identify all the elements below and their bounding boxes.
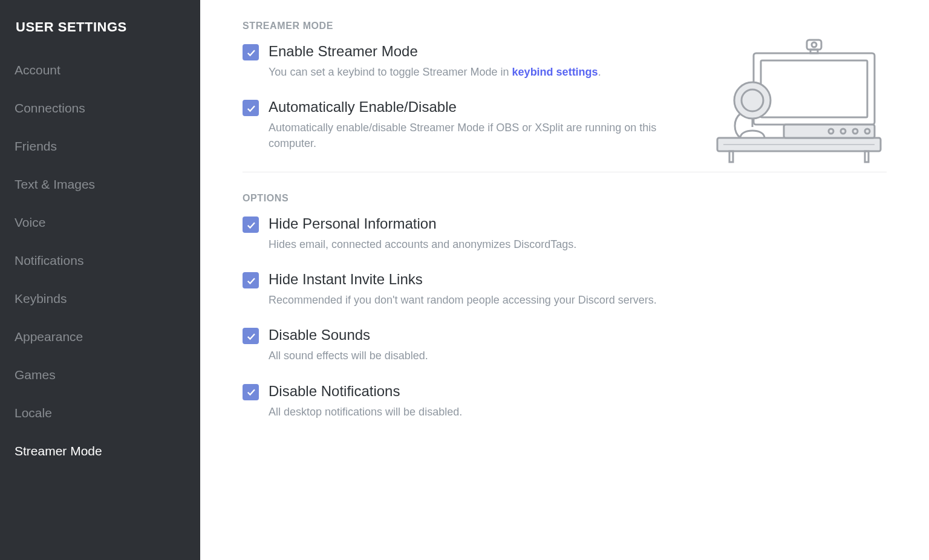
setting-title: Automatically Enable/Disable: [269, 98, 681, 116]
svg-rect-5: [754, 53, 875, 125]
sidebar-item-voice[interactable]: Voice: [0, 203, 200, 241]
setting-text: Hide Personal Information Hides email, c…: [269, 215, 887, 252]
svg-rect-16: [810, 50, 818, 53]
svg-point-15: [812, 42, 817, 47]
checkbox-hide-instant-invite-links[interactable]: [243, 272, 259, 288]
checkbox-disable-sounds[interactable]: [243, 328, 259, 344]
sidebar-item-text-images[interactable]: Text & Images: [0, 165, 200, 203]
keybind-settings-link[interactable]: keybind settings: [512, 66, 598, 78]
setting-disable-sounds: Disable Sounds All sound effects will be…: [243, 326, 887, 363]
setting-desc: All sound effects will be disabled.: [269, 348, 887, 363]
desc-text: .: [598, 66, 601, 78]
setting-desc: You can set a keybind to toggle Streamer…: [269, 64, 681, 80]
check-icon: [246, 331, 256, 342]
check-icon: [246, 220, 256, 230]
setting-title: Disable Notifications: [269, 382, 887, 400]
sidebar-item-streamer-mode[interactable]: Streamer Mode: [0, 432, 200, 470]
sidebar-nav: Account Connections Friends Text & Image…: [0, 51, 200, 470]
setting-title: Hide Instant Invite Links: [269, 270, 887, 288]
setting-text: Disable Sounds All sound effects will be…: [269, 326, 887, 363]
settings-sidebar: User Settings Account Connections Friend…: [0, 0, 200, 560]
sidebar-title: User Settings: [0, 0, 200, 51]
setting-desc: All desktop notifications will be disabl…: [269, 404, 887, 420]
section-options: Options Hide Personal Information Hides …: [243, 193, 887, 419]
setting-desc: Recommended if you don't want random peo…: [269, 292, 887, 308]
sidebar-item-notifications[interactable]: Notifications: [0, 241, 200, 279]
setting-title: Disable Sounds: [269, 326, 887, 344]
check-icon: [246, 47, 256, 58]
svg-rect-14: [807, 40, 821, 50]
setting-auto-enable-disable: Automatically Enable/Disable Automatical…: [243, 98, 681, 151]
sidebar-item-account[interactable]: Account: [0, 51, 200, 89]
checkbox-hide-personal-information[interactable]: [243, 217, 259, 233]
section-divider: [243, 172, 887, 172]
app-root: User Settings Account Connections Friend…: [0, 0, 929, 560]
setting-desc: Automatically enable/disable Streamer Mo…: [269, 120, 681, 151]
svg-rect-3: [729, 151, 733, 162]
setting-hide-personal-information: Hide Personal Information Hides email, c…: [243, 215, 887, 252]
sidebar-item-keybinds[interactable]: Keybinds: [0, 279, 200, 317]
sidebar-item-locale[interactable]: Locale: [0, 394, 200, 432]
setting-text: Automatically Enable/Disable Automatical…: [269, 98, 681, 151]
svg-rect-4: [865, 151, 869, 162]
checkbox-auto-enable-disable[interactable]: [243, 100, 259, 116]
desc-text: You can set a keybind to toggle Streamer…: [269, 66, 512, 78]
setting-title: Hide Personal Information: [269, 215, 887, 233]
setting-text: Hide Instant Invite Links Recommended if…: [269, 270, 887, 308]
setting-hide-instant-invite-links: Hide Instant Invite Links Recommended if…: [243, 270, 887, 308]
sidebar-item-games[interactable]: Games: [0, 356, 200, 394]
checkbox-enable-streamer-mode[interactable]: [243, 44, 259, 60]
settings-main: Streamer Mode Enable Streamer Mode You c…: [200, 0, 929, 560]
sidebar-item-appearance[interactable]: Appearance: [0, 317, 200, 356]
streaming-rig-illustration: [711, 36, 887, 163]
setting-desc: Hides email, connected accounts and anon…: [269, 236, 887, 252]
sidebar-item-friends[interactable]: Friends: [0, 127, 200, 165]
check-icon: [246, 103, 256, 114]
sidebar-item-connections[interactable]: Connections: [0, 89, 200, 127]
checkbox-disable-notifications[interactable]: [243, 384, 259, 400]
setting-disable-notifications: Disable Notifications All desktop notifi…: [243, 382, 887, 420]
section-heading-streamer-mode: Streamer Mode: [243, 21, 681, 31]
section-heading-options: Options: [243, 193, 887, 204]
setting-enable-streamer-mode: Enable Streamer Mode You can set a keybi…: [243, 42, 681, 80]
setting-title: Enable Streamer Mode: [269, 42, 681, 60]
setting-text: Enable Streamer Mode You can set a keybi…: [269, 42, 681, 80]
check-icon: [246, 386, 256, 397]
setting-text: Disable Notifications All desktop notifi…: [269, 382, 887, 420]
check-icon: [246, 275, 256, 286]
